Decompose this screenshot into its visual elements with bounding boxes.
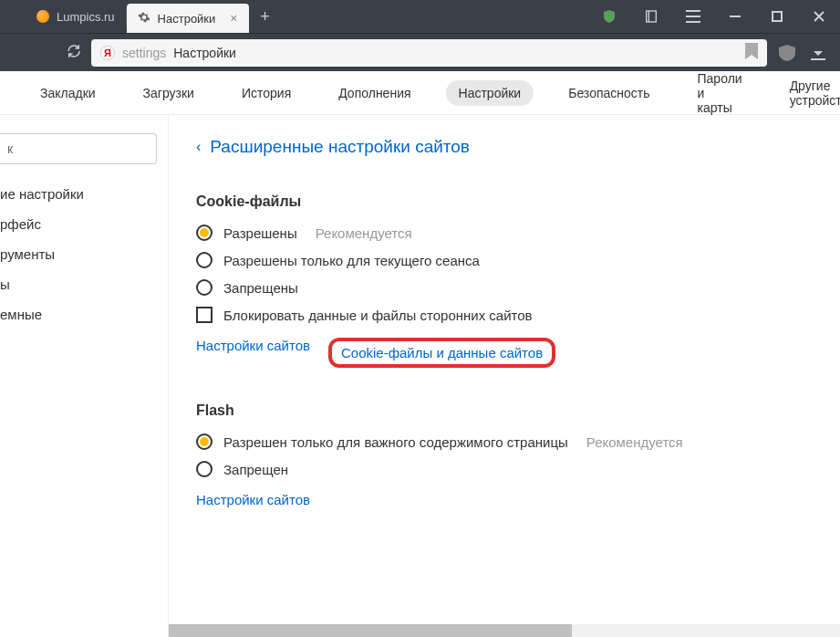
section-links: Настройки сайтов Cookie-файлы и данные с… [196, 338, 813, 368]
favicon-icon [36, 10, 49, 23]
bookmarks-icon[interactable] [630, 0, 672, 33]
radio-icon [196, 461, 213, 477]
option-flash-blocked[interactable]: Запрещен [196, 461, 813, 477]
url-prefix: settings [122, 46, 166, 60]
ublock-icon[interactable] [776, 45, 798, 61]
new-tab-button[interactable]: + [249, 0, 282, 33]
option-label: Запрещены [223, 280, 298, 296]
option-label: Блокировать данные и файлы сторонних сай… [223, 308, 533, 323]
url-text: Настройки [173, 46, 236, 60]
sidebar: к ие настройки рфейс рументы ы емные [0, 115, 169, 637]
navtab-devices[interactable]: Другие устройства [777, 73, 840, 113]
recommended-label: Рекомендуется [586, 434, 683, 450]
bookmark-icon[interactable] [745, 43, 758, 63]
checkbox-icon [196, 307, 213, 323]
sidebar-item[interactable]: емные [0, 299, 168, 329]
option-label: Разрешены [223, 225, 297, 241]
tab-settings[interactable]: Настройки × [127, 4, 249, 33]
option-label: Запрещен [223, 462, 288, 477]
sidebar-item[interactable]: ы [0, 269, 168, 299]
section-cookies: Cookie-файлы Разрешены Рекомендуется Раз… [196, 193, 813, 368]
recommended-label: Рекомендуется [316, 225, 412, 241]
svg-rect-1 [686, 10, 700, 12]
navtab-settings[interactable]: Настройки [446, 80, 534, 106]
search-input[interactable]: к [0, 133, 157, 164]
maximize-button[interactable] [756, 0, 798, 33]
radio-icon [196, 225, 213, 241]
sidebar-item[interactable]: рфейс [0, 209, 168, 239]
sidebar-item[interactable]: рументы [0, 239, 168, 269]
downloads-icon[interactable] [807, 46, 829, 60]
section-title: Cookie-файлы [196, 193, 813, 210]
menu-icon[interactable] [672, 0, 714, 33]
search-text: к [7, 141, 13, 156]
section-flash: Flash Разрешен только для важного содерж… [196, 402, 813, 507]
gear-icon [138, 11, 150, 26]
chevron-left-icon: ‹ [196, 139, 201, 155]
radio-icon [196, 433, 213, 450]
navtab-bookmarks[interactable]: Закладки [27, 80, 109, 106]
scrollbar-thumb[interactable] [169, 624, 572, 637]
tab-title: Lumpics.ru [57, 10, 115, 24]
radio-icon [196, 279, 213, 296]
svg-rect-3 [686, 21, 700, 23]
option-allowed[interactable]: Разрешены Рекомендуется [196, 225, 813, 241]
minimize-button[interactable] [714, 0, 756, 33]
navtab-addons[interactable]: Дополнения [326, 80, 423, 106]
link-site-settings[interactable]: Настройки сайтов [196, 492, 310, 507]
option-session-only[interactable]: Разрешены только для текущего сеанса [196, 252, 813, 268]
shield-icon[interactable] [588, 0, 630, 33]
reload-icon[interactable] [66, 43, 82, 63]
horizontal-scrollbar[interactable] [169, 624, 840, 637]
navtab-passwords[interactable]: Пароли и карты [685, 66, 755, 120]
link-cookie-data[interactable]: Cookie-файлы и данные сайтов [328, 338, 555, 368]
address-bar[interactable]: Я settings Настройки [91, 39, 767, 67]
yandex-icon: Я [100, 46, 115, 60]
option-flash-important[interactable]: Разрешен только для важного содержимого … [196, 433, 813, 450]
option-label: Разрешены только для текущего сеанса [223, 253, 480, 268]
back-link[interactable]: ‹ Расширенные настройки сайтов [196, 137, 813, 157]
option-label: Разрешен только для важного содержимого … [223, 434, 568, 450]
link-site-settings[interactable]: Настройки сайтов [196, 338, 310, 368]
sidebar-item[interactable]: ие настройки [0, 179, 168, 209]
radio-icon [196, 252, 213, 268]
option-block-thirdparty[interactable]: Блокировать данные и файлы сторонних сай… [196, 307, 813, 323]
svg-rect-0 [647, 11, 657, 22]
nav-tabs: Закладки Загрузки История Дополнения Нас… [0, 71, 840, 115]
svg-rect-4 [730, 16, 741, 17]
navtab-security[interactable]: Безопасность [555, 80, 662, 106]
close-icon[interactable]: × [230, 11, 237, 26]
tab-lumpics[interactable]: Lumpics.ru [26, 0, 126, 33]
body-container: к ие настройки рфейс рументы ы емные ‹ Р… [0, 115, 840, 637]
svg-rect-5 [773, 12, 782, 21]
svg-rect-2 [686, 16, 700, 17]
section-links: Настройки сайтов [196, 492, 813, 507]
option-blocked[interactable]: Запрещены [196, 279, 813, 296]
back-link-text: Расширенные настройки сайтов [210, 137, 470, 157]
content-area: ‹ Расширенные настройки сайтов Cookie-фа… [169, 115, 840, 637]
navtab-history[interactable]: История [229, 80, 304, 106]
navtab-downloads[interactable]: Загрузки [130, 80, 207, 106]
section-title: Flash [196, 402, 813, 419]
titlebar: Lumpics.ru Настройки × + [0, 0, 840, 33]
tab-title: Настройки [158, 12, 216, 26]
close-button[interactable] [798, 0, 840, 33]
